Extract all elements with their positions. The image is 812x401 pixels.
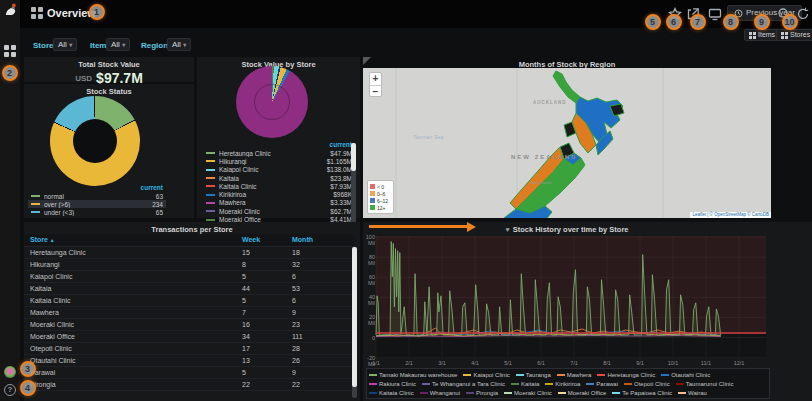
legend-item[interactable]: Kirikiriroa: [545, 379, 580, 388]
legend-row[interactable]: Moeraki Clinic $62.7M: [203, 207, 355, 215]
legend-row[interactable]: Kirikiriroa $968K: [203, 190, 355, 198]
legend-item[interactable]: Te Whanganui a Tara Clinic: [422, 379, 505, 388]
map-legend-label: < 0: [377, 184, 384, 190]
legend-item[interactable]: Pirongia: [466, 388, 498, 397]
legend-item[interactable]: Te Matau: [426, 397, 461, 399]
annotation-circle-9[interactable]: 9: [754, 14, 770, 30]
dashboard-grid-icon[interactable]: [31, 7, 43, 19]
table-row[interactable]: Otautahi Clinic 13 26: [24, 354, 354, 366]
annotation-circle-3[interactable]: 3: [20, 361, 36, 377]
annotation-circle-2[interactable]: 2: [2, 65, 18, 81]
legend-row[interactable]: Kaitaia Clinic $7.93M: [203, 182, 355, 190]
annotation-circle-1[interactable]: 1: [89, 4, 105, 20]
map-canvas[interactable]: AUCKLAND NEW ZEALAND Tasman Sea Christch…: [363, 68, 771, 218]
legend-label: Tamaki Makaurau warehouse: [379, 372, 457, 378]
dashboards-grid-icon[interactable]: [4, 45, 17, 58]
table-row[interactable]: Kaiapoi Clinic 5 6: [24, 270, 354, 282]
grafana-logo-icon[interactable]: [4, 3, 17, 16]
help-icon[interactable]: ?: [4, 384, 16, 396]
legend-item[interactable]: Taumarunui Clinic: [676, 379, 734, 388]
table-scrollbar[interactable]: [352, 247, 357, 398]
zoom-in-button[interactable]: +: [370, 73, 381, 86]
legend-item[interactable]: Rakiura Clinic: [369, 379, 416, 388]
map-legend-row: < 0: [370, 183, 391, 190]
legend-item[interactable]: Te Papaioea Clinic: [612, 388, 672, 397]
filter-select-store[interactable]: All ▾: [53, 38, 77, 51]
legend-rows: Heretaunga Clinic $47.9M Hikurangi $1.16…: [203, 149, 355, 224]
table-row[interactable]: Otepoti Clinic 17 28: [24, 342, 354, 354]
legend-row[interactable]: Kaitaia $23.8M: [203, 174, 355, 182]
table-row[interactable]: Pirongia 22 22: [24, 378, 354, 390]
legend-item[interactable]: Whanganui: [420, 388, 460, 397]
items-button[interactable]: Items: [744, 29, 780, 41]
map-label-auckland: AUCKLAND: [533, 100, 567, 105]
map-label-tasman-sea: Tasman Sea: [413, 134, 444, 140]
legend-item[interactable]: Tamaki Makaurau warehouse: [369, 370, 457, 379]
legend-label: Kaiapoi Clinic: [473, 372, 509, 378]
annotation-circle-10[interactable]: 10: [782, 14, 798, 30]
legend-row[interactable]: Mawhera $3.33M: [203, 199, 355, 207]
table-row[interactable]: Hikurangi 8 32: [24, 258, 354, 270]
legend-item[interactable]: Kaitaia: [511, 379, 539, 388]
table-row[interactable]: Kaitaia 44 53: [24, 282, 354, 294]
filter-select-region[interactable]: All ▾: [167, 38, 191, 51]
legend-row[interactable]: Heretaunga Clinic $47.9M: [203, 149, 355, 157]
annotation-arrow[interactable]: [369, 225, 467, 228]
legend-value: $7.93M: [330, 183, 352, 190]
legend-item[interactable]: Tauranga: [516, 370, 551, 379]
table-row[interactable]: Heretaunga Clinic 15 18: [24, 246, 354, 258]
legend-item[interactable]: Heretaunga Clinic: [597, 370, 655, 379]
annotation-circle-6[interactable]: 6: [666, 14, 682, 30]
annotation-circle-7[interactable]: 7: [690, 14, 706, 30]
stores-button[interactable]: Stores: [776, 29, 812, 41]
map-attribution[interactable]: Leaflet | © OpenStreetMap © CartoDB: [690, 212, 771, 218]
region-northland[interactable]: [553, 71, 580, 103]
legend-item[interactable]: Moeraki Clinic: [504, 388, 552, 397]
legend-item[interactable]: Wairau: [678, 388, 707, 397]
legend-row[interactable]: Kaiapoi Clinic $138.0M: [203, 166, 355, 174]
legend-item[interactable]: Moeraki Office: [558, 388, 607, 397]
table-row[interactable]: Kaitaia Clinic 5 6: [24, 294, 354, 306]
filter-value: All: [111, 40, 120, 49]
panel-title[interactable]: Total Stock Value: [24, 57, 194, 69]
tv-display-icon[interactable]: [708, 7, 722, 21]
refresh-icon[interactable]: [796, 7, 810, 21]
legend-item[interactable]: Kaitaia Clinic: [369, 388, 414, 397]
legend-swatch: [661, 374, 669, 376]
table-row[interactable]: Moeraki Clinic 16 23: [24, 318, 354, 330]
table-row[interactable]: Mawhera 7 9: [24, 306, 354, 318]
legend-item[interactable]: Mawhera: [557, 370, 592, 379]
legend-row[interactable]: Hikurangi $1.165M: [203, 157, 355, 165]
legend-swatch: [511, 383, 519, 385]
legend-row[interactable]: normal 63: [28, 192, 166, 200]
table-row[interactable]: Moeraki Office 34 111: [24, 330, 354, 342]
legend-item[interactable]: Whangarei: [508, 397, 547, 399]
annotation-circle-8[interactable]: 8: [723, 14, 739, 30]
filter-select-item[interactable]: All ▾: [106, 38, 130, 51]
legend-item[interactable]: Parawai: [586, 379, 618, 388]
legend-item[interactable]: Otautahi Clinic: [661, 370, 710, 379]
legend-row[interactable]: over (>6) 234: [28, 200, 166, 208]
panel-title[interactable]: Stock Status: [24, 84, 194, 96]
cell-week: 5: [236, 366, 286, 378]
legend-label: Moeraki Clinic: [219, 208, 330, 215]
map-legend-label: 12+: [377, 205, 385, 211]
zoom-out-button[interactable]: −: [370, 86, 381, 98]
table-row[interactable]: Parawai 5 9: [24, 366, 354, 378]
panel-title[interactable]: Transactions per Store: [24, 222, 360, 234]
legend-item[interactable]: Otepoti Clinic: [624, 379, 670, 388]
user-avatar[interactable]: [4, 366, 16, 378]
legend-swatch: [624, 383, 632, 385]
legend-item[interactable]: Whakatu Office: [369, 397, 420, 399]
column-header-store[interactable]: Store ▲: [24, 234, 236, 246]
annotation-circle-4[interactable]: 4: [20, 380, 36, 396]
column-header-week[interactable]: Week: [236, 234, 286, 246]
legend-item[interactable]: Hikurangi: [467, 397, 502, 399]
legend-item[interactable]: Kaiapoi Clinic: [463, 370, 509, 379]
column-header-month[interactable]: Month: [286, 234, 354, 246]
panel-corner-info-icon[interactable]: [363, 57, 371, 65]
cell-store: Hikurangi: [24, 258, 236, 270]
annotation-circle-5[interactable]: 5: [645, 14, 661, 30]
grid-icon: [781, 32, 788, 39]
legend-row[interactable]: under (<3) 65: [28, 208, 166, 216]
